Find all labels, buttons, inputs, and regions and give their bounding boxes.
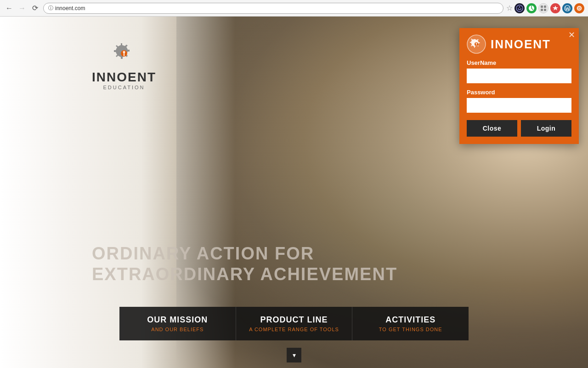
nav-product-subtitle: A COMPLETE RANGE OF TOOLS (243, 327, 345, 332)
browser-toolbar: ← → ⟳ ⓘ innoent.com ☆ W (0, 0, 588, 17)
extension-icon-3[interactable] (538, 3, 548, 13)
extension-icon-orange[interactable] (574, 3, 584, 13)
svg-text:W: W (565, 6, 570, 11)
hero-tagline: ORDINARY ACTION FOR EXTRAORDINARY ACHIEV… (92, 243, 397, 285)
nav-mission-subtitle: AND OUR BELIEFS (127, 327, 228, 332)
browser-extension-icons: ☆ W (506, 3, 584, 13)
nav-buttons: ← → ⟳ (4, 3, 40, 14)
back-button[interactable]: ← (4, 3, 15, 14)
nav-activities-title: ACTIVITIES (360, 315, 461, 325)
logo-icon (110, 40, 138, 67)
svg-rect-6 (544, 9, 546, 11)
popup-close-button[interactable]: ✕ (568, 31, 575, 39)
url-text: innoent.com (55, 5, 85, 12)
nav-activities-subtitle: TO GET THINGS DONE (360, 327, 461, 332)
login-popup: ✕ INNOENT UserName Password (459, 28, 579, 144)
password-input[interactable] (467, 98, 571, 113)
tagline-line2: EXTRAORDINARY ACHIEVEMENT (92, 264, 397, 285)
page-content: INNOENT EDUCATION ORDINARY ACTION FOR EX… (0, 17, 588, 368)
login-button-group: Close Login (467, 120, 571, 137)
logo-brand: INNOENT (92, 70, 156, 85)
nav-mission-title: OUR MISSION (127, 315, 228, 325)
forward-button[interactable]: → (17, 3, 28, 14)
security-icon: ⓘ (48, 5, 53, 12)
chevron-down-icon: ▾ (293, 351, 296, 359)
extension-icon-1[interactable] (514, 3, 525, 13)
login-button[interactable]: Login (521, 120, 571, 137)
password-label: Password (467, 89, 571, 96)
nav-product[interactable]: PRODUCT LINE A COMPLETE RANGE OF TOOLS (236, 307, 353, 340)
logo-area: INNOENT EDUCATION (92, 40, 156, 90)
extension-icon-wordpress[interactable]: W (562, 3, 572, 13)
svg-rect-5 (541, 9, 543, 11)
username-label: UserName (467, 59, 571, 66)
login-form: UserName Password Close Login (459, 59, 579, 144)
svg-point-1 (519, 6, 520, 7)
close-button[interactable]: Close (467, 120, 517, 137)
logo-subtitle: EDUCATION (103, 85, 145, 90)
hero-navigation: OUR MISSION AND OUR BELIEFS PRODUCT LINE… (119, 307, 469, 340)
extension-icon-2[interactable] (526, 3, 537, 13)
svg-rect-3 (541, 6, 543, 8)
address-bar[interactable]: ⓘ innoent.com (43, 3, 503, 14)
reload-button[interactable]: ⟳ (29, 3, 40, 14)
nav-activities[interactable]: ACTIVITIES TO GET THINGS DONE (352, 307, 469, 340)
nav-mission[interactable]: OUR MISSION AND OUR BELIEFS (119, 307, 236, 340)
login-gear-icon (467, 34, 486, 54)
tagline-line1: ORDINARY ACTION FOR (92, 243, 397, 264)
nav-product-title: PRODUCT LINE (243, 315, 345, 325)
bookmark-icon[interactable]: ☆ (506, 4, 513, 12)
username-input[interactable] (467, 69, 571, 83)
login-header: INNOENT (459, 28, 579, 59)
svg-rect-4 (544, 6, 546, 8)
login-brand-text: INNOENT (491, 37, 551, 52)
extension-icon-4[interactable] (550, 3, 560, 13)
svg-point-0 (516, 5, 523, 12)
scroll-down-button[interactable]: ▾ (287, 348, 301, 362)
